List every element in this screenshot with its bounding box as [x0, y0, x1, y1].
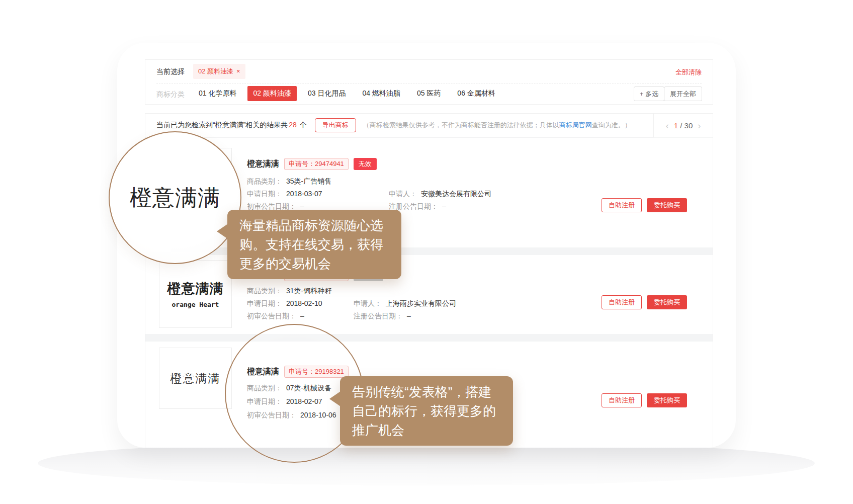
export-trademarks-button[interactable]: 导出商标 — [315, 118, 356, 132]
category-tab-06[interactable]: 06 金属材料 — [452, 86, 500, 101]
callout-bubble-promotion: 告别传统“发表格”，搭建自己的标行，获得更多的推广机会 — [340, 376, 513, 446]
pagination-separator: / — [680, 121, 682, 130]
category-label: 商品类别： — [247, 287, 282, 295]
current-selection-label: 当前选择 — [156, 67, 185, 76]
row-3-actions: 自助注册 委托购买 — [602, 393, 687, 407]
category-value: 35类-广告销售 — [286, 177, 331, 185]
trademark-image-3: 橙意满满 — [159, 348, 232, 409]
applicant-label: 申请人： — [389, 190, 417, 198]
self-register-button[interactable]: 自助注册 — [602, 393, 642, 407]
disclaimer-post: 查询为准。） — [592, 121, 631, 129]
delegate-buy-button[interactable]: 委托购买 — [647, 295, 687, 309]
applicant-value: 上海雨步实业有限公司 — [386, 299, 456, 307]
status-badge: 无效 — [354, 158, 377, 170]
category-tab-02-selected[interactable]: 02 颜料油漆 — [247, 86, 296, 101]
results-count-prefix: 当前已为您检索到“橙意满满”相关的结果共 — [156, 121, 288, 129]
trademark-name: 橙意满满 — [247, 159, 279, 170]
callout-arrow-icon — [329, 391, 340, 406]
apply-date-value: 2018-03-07 — [286, 190, 322, 198]
results-count-number: 28 — [289, 121, 297, 129]
magnified-trademark-text: 橙意满满 — [130, 183, 220, 213]
results-header: 当前已为您检索到“橙意满满”相关的结果共28 个 导出商标 （商标检索结果仅供参… — [145, 114, 713, 137]
applicant-value: 安徽美达会展有限公司 — [421, 190, 491, 198]
disclaimer-pre: （商标检索结果仅供参考，不作为商标能否注册的法律依据；具体以 — [363, 121, 559, 129]
category-tab-01[interactable]: 01 化学原料 — [193, 86, 242, 101]
magnifier-circle: 橙意满满 — [109, 131, 241, 264]
callout-bubble-marketplace: 海量精品商标资源随心选购。支持在线交易，获得更多的交易机会 — [227, 210, 401, 279]
trademark-class-row: 商标分类 01 化学原料 02 颜料油漆 03 日化用品 04 燃料油脂 05 … — [145, 83, 713, 105]
filter-panel: 当前选择 02 颜料油漆× 全部清除 商标分类 01 化学原料 02 颜料油漆 … — [145, 59, 713, 105]
category-value: 31类-饲料种籽 — [286, 287, 331, 295]
row-2-category-line: 商品类别：31类-饲料种籽 — [247, 287, 331, 296]
first-publication-label: 初审公告日期： — [247, 312, 296, 320]
applicant-field: 申请人：安徽美达会展有限公司 — [389, 190, 491, 199]
row-1-actions: 自助注册 委托购买 — [602, 198, 687, 212]
category-label: 商品类别： — [247, 177, 282, 185]
pagination-text: 1 / 30 — [674, 121, 693, 130]
apply-date-label: 申请日期： — [247, 190, 282, 198]
pagination: ‹ 1 / 30 › — [653, 114, 713, 137]
callout-text: 告别传统“发表格”，搭建自己的标行，获得更多的推广机会 — [352, 384, 496, 438]
trademark-class-label: 商标分类 — [156, 90, 185, 99]
registration-publication-value: – — [407, 312, 411, 320]
next-page-icon[interactable]: › — [698, 121, 701, 130]
application-number-value: 29474941 — [315, 160, 344, 167]
self-register-button[interactable]: 自助注册 — [602, 295, 642, 309]
trademark-logo-text: 橙意满满 — [167, 280, 224, 298]
current-selection-row: 当前选择 02 颜料油漆× 全部清除 — [145, 60, 713, 82]
callout-arrow-icon — [217, 224, 228, 239]
current-page: 1 — [674, 121, 678, 130]
results-count-text: 当前已为您检索到“橙意满满”相关的结果共28 个 — [156, 121, 307, 130]
registration-publication-value: – — [442, 202, 446, 210]
row-1-title-line: 橙意满满 申请号：29474941 无效 — [247, 158, 377, 170]
apply-date-label: 申请日期： — [247, 299, 282, 307]
self-register-button[interactable]: 自助注册 — [602, 198, 642, 212]
delegate-buy-button[interactable]: 委托购买 — [647, 393, 687, 407]
first-publication-value: – — [300, 202, 304, 210]
multi-select-button[interactable]: + 多选 — [634, 87, 664, 101]
category-tab-05[interactable]: 05 医药 — [411, 86, 446, 101]
row-2-publication-line: 初审公告日期：– 注册公告日期：– — [247, 312, 304, 321]
application-number-label: 申请号： — [289, 160, 315, 167]
category-tabs: 01 化学原料 02 颜料油漆 03 日化用品 04 燃料油脂 05 医药 06… — [193, 86, 506, 101]
row-1-category-line: 商品类别：35类-广告销售 — [247, 177, 331, 186]
registration-publication-label: 注册公告日期： — [389, 202, 438, 210]
first-publication-value: – — [300, 312, 304, 320]
callout-text: 海量精品商标资源随心选购。支持在线交易，获得更多的交易机会 — [239, 218, 383, 271]
expand-all-button[interactable]: 展开全部 — [664, 87, 702, 101]
trademark-image-2: 橙意满满 orange Heart — [159, 260, 232, 328]
application-number-chip: 申请号：29474941 — [284, 158, 349, 170]
apply-date-value: 2018-02-10 — [286, 299, 322, 307]
row-2-date-line: 申请日期：2018-02-10 申请人：上海雨步实业有限公司 — [247, 299, 322, 308]
total-pages: 30 — [685, 121, 693, 130]
disclaimer-text: （商标检索结果仅供参考，不作为商标能否注册的法律依据；具体以商标局官网查询为准。… — [363, 121, 631, 130]
chip-close-icon[interactable]: × — [236, 67, 240, 75]
selected-filter-chip[interactable]: 02 颜料油漆× — [193, 64, 245, 79]
selected-filter-chip-label: 02 颜料油漆 — [198, 67, 233, 75]
prev-page-icon[interactable]: ‹ — [666, 121, 669, 130]
trademark-office-link[interactable]: 商标局官网 — [559, 121, 592, 129]
category-tab-03[interactable]: 03 日化用品 — [302, 86, 351, 101]
category-tab-04[interactable]: 04 燃料油脂 — [357, 86, 405, 101]
screenshot-stage: 当前选择 02 颜料油漆× 全部清除 商标分类 01 化学原料 02 颜料油漆 … — [0, 0, 853, 504]
registration-publication-label: 注册公告日期： — [354, 312, 403, 320]
results-count-suffix: 个 — [300, 121, 307, 129]
applicant-label: 申请人： — [354, 299, 382, 307]
delegate-buy-button[interactable]: 委托购买 — [647, 198, 687, 212]
first-publication-label: 初审公告日期： — [247, 202, 296, 210]
row-1-date-line: 申请日期：2018-03-07 申请人：安徽美达会展有限公司 — [247, 190, 322, 199]
device-base — [38, 441, 815, 485]
trademark-logo-text: 橙意满满 — [170, 371, 221, 386]
applicant-field: 申请人：上海雨步实业有限公司 — [354, 299, 456, 308]
registration-publication-field: 注册公告日期：– — [354, 312, 411, 321]
trademark-logo-subtext: orange Heart — [172, 301, 219, 308]
clear-all-button[interactable]: 全部清除 — [675, 68, 702, 77]
row-2-actions: 自助注册 委托购买 — [602, 295, 687, 309]
